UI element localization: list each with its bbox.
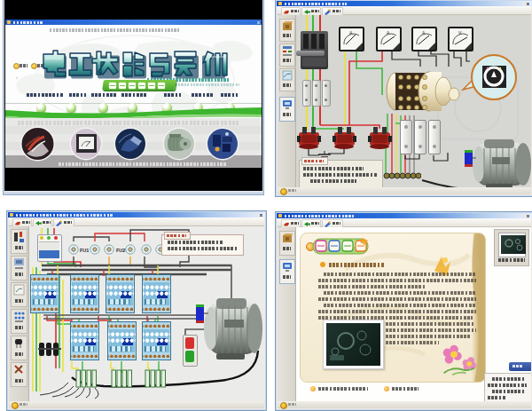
svg-text:A: A bbox=[387, 30, 390, 36]
svg-text:A: A bbox=[349, 30, 353, 36]
svg-text:V: V bbox=[458, 30, 462, 36]
svg-text:FU2: FU2 bbox=[116, 248, 125, 253]
svg-text:A: A bbox=[422, 30, 426, 36]
svg-text:FU1: FU1 bbox=[80, 248, 89, 253]
